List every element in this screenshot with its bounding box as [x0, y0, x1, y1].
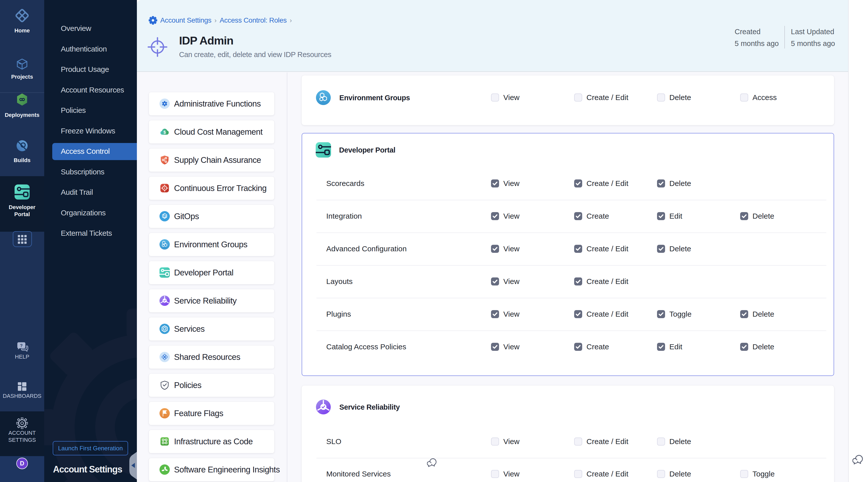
svg-text:?: ?: [20, 343, 23, 348]
svg-text:$: $: [163, 130, 166, 135]
